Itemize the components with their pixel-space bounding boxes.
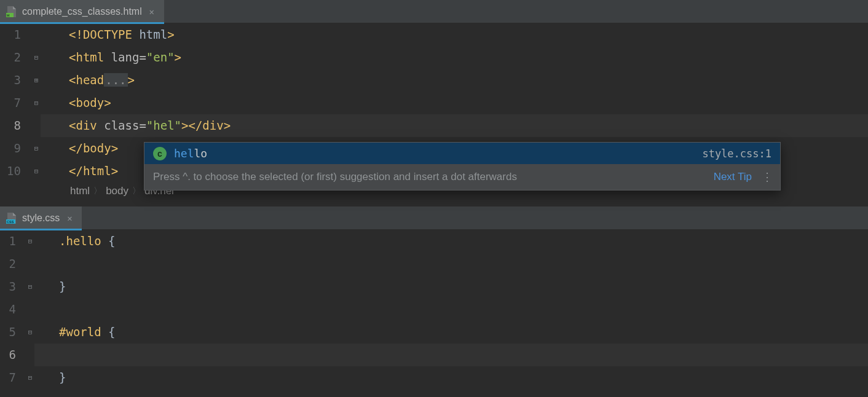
fold-column-html: ⊟ ⊞ ⊟ ⊟ ⊟ [32, 23, 41, 183]
fold-toggle-icon[interactable]: ⊟ [34, 46, 39, 69]
tab-html-file[interactable]: H complete_css_classes.html ✕ [0, 0, 164, 23]
fold-end-icon: ⊟ [34, 137, 39, 160]
code-token: .hello [59, 234, 101, 248]
kebab-menu-icon[interactable]: ⋮ [762, 170, 773, 184]
code-token: <div [69, 119, 104, 132]
chevron-right-icon: 〉 [132, 186, 141, 197]
fold-end-icon: ⊟ [34, 160, 39, 183]
completion-label: hello [174, 147, 702, 160]
svg-text:H: H [7, 14, 9, 17]
code-token: { [101, 234, 116, 248]
tab-bar-html: H complete_css_classes.html ✕ [0, 0, 868, 23]
line-number: 8 [0, 114, 21, 137]
line-number: 4 [0, 298, 16, 321]
next-tip-link[interactable]: Next Tip [714, 171, 752, 183]
breadcrumb-body[interactable]: body [106, 185, 128, 197]
completion-item[interactable]: c hello style.css:1 [144, 143, 780, 164]
code-area-css[interactable]: .hello { } #world { } [34, 230, 868, 389]
line-number: 9 [0, 137, 21, 160]
code-token: "hel" [146, 119, 181, 132]
fold-column-css: ⊟ ⊟ ⊟ ⊟ [26, 230, 34, 389]
line-number: 6 [0, 344, 16, 366]
completion-popup: c hello style.css:1 Press ^. to choose t… [144, 142, 781, 191]
fold-end-icon: ⊟ [28, 275, 33, 298]
close-icon[interactable]: ✕ [147, 7, 157, 17]
line-number: 7 [0, 92, 21, 114]
fold-toggle-icon[interactable]: ⊟ [28, 321, 33, 344]
chevron-right-icon: 〉 [93, 186, 102, 197]
code-token: > [175, 50, 181, 64]
tab-label-css: style.css [22, 213, 60, 224]
css-editor[interactable]: 1 2 3 4 5 6 7 ⊟ ⊟ ⊟ ⊟ .hello { } #world … [0, 230, 868, 389]
code-token: html [139, 28, 167, 41]
css-file-icon: CSS [6, 212, 17, 224]
code-token: </body> [69, 141, 118, 155]
fold-toggle-icon[interactable]: ⊟ [28, 230, 33, 253]
code-token: ></div> [181, 119, 231, 132]
fold-toggle-icon[interactable]: ⊟ [34, 92, 39, 114]
line-number: 3 [0, 275, 16, 298]
code-token: lang= [111, 50, 146, 64]
tab-css-file[interactable]: CSS style.css ✕ [0, 206, 82, 229]
code-token: <body> [69, 96, 111, 109]
line-number: 2 [0, 253, 16, 275]
code-token: { [101, 325, 116, 339]
code-token: <! [69, 28, 83, 41]
tab-bar-css: CSS style.css ✕ [0, 206, 868, 230]
line-number: 5 [0, 321, 16, 344]
code-token: "en" [146, 50, 175, 64]
code-token: DOCTYPE [83, 28, 140, 41]
line-number: 1 [0, 230, 16, 253]
breadcrumb-html[interactable]: html [70, 185, 90, 197]
gutter-css: 1 2 3 4 5 6 7 [0, 230, 26, 389]
completion-location: style.css:1 [702, 147, 771, 160]
code-token: > [167, 28, 174, 41]
fold-end-icon: ⊟ [28, 366, 33, 389]
code-token: > [128, 73, 135, 87]
code-token: </html> [69, 164, 118, 178]
tab-label-html: complete_css_classes.html [22, 6, 142, 17]
code-token: #world [59, 325, 101, 339]
html-file-icon: H [6, 6, 17, 18]
line-number: 3 [0, 69, 21, 92]
line-number: 2 [0, 46, 21, 69]
completion-tip-bar: Press ^. to choose the selected (or firs… [144, 164, 780, 190]
code-token: class= [104, 119, 146, 132]
code-token: } [59, 280, 66, 293]
code-token: <html [69, 50, 111, 64]
close-icon[interactable]: ✕ [65, 213, 74, 223]
completion-rest: lo [194, 147, 208, 160]
css-class-badge-icon: c [153, 147, 167, 160]
folded-placeholder[interactable]: ... [104, 73, 127, 87]
code-token: } [59, 371, 66, 384]
completion-hint: Press ^. to choose the selected (or firs… [153, 171, 704, 183]
code-token: <head [69, 73, 104, 87]
line-number: 10 [0, 160, 21, 183]
svg-text:CSS: CSS [7, 220, 14, 224]
gutter-html: 1 2 3 7 8 9 10 [0, 23, 32, 183]
fold-toggle-icon[interactable]: ⊞ [34, 69, 39, 92]
line-number: 1 [0, 23, 21, 46]
completion-match: hel [174, 147, 194, 160]
line-number: 7 [0, 366, 16, 389]
